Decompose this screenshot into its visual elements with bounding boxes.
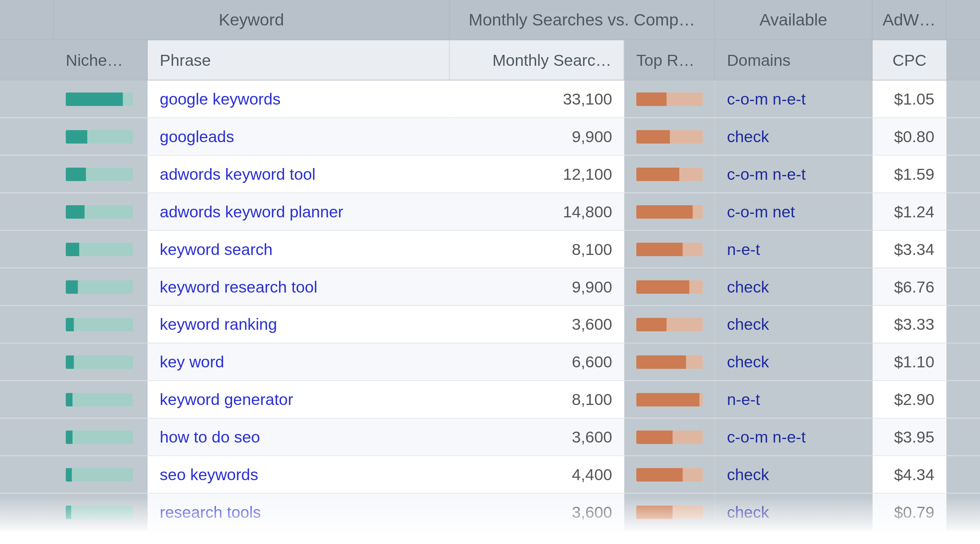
row-gutter [0,381,54,418]
phrase-link[interactable]: adwords keyword tool [160,164,316,183]
column-header-niche[interactable]: Niche… [54,40,148,80]
searches-value: 3,600 [572,502,612,521]
domains-link[interactable]: check [727,277,769,296]
subheader-gutter [0,40,54,80]
phrase-cell: keyword research tool [148,268,450,305]
phrase-link[interactable]: adwords keyword planner [160,202,343,221]
top-results-cell [624,193,715,230]
phrase-cell: adwords keyword tool [148,155,450,192]
group-header-keyword[interactable]: Keyword [54,0,450,40]
row-tail [946,231,980,267]
top-results-bar [636,318,703,331]
table-row[interactable]: adwords keyword tool12,100c-o-m n-e-t$1.… [0,155,980,193]
niche-cell [54,493,148,530]
niche-cell [54,155,148,192]
cpc-value: $3.33 [894,315,935,334]
top-results-cell [624,493,715,530]
searches-value: 6,600 [572,352,612,371]
searches-value: 3,600 [572,428,612,446]
niche-bar [66,92,133,105]
row-gutter [0,231,54,267]
phrase-link[interactable]: seo keywords [160,465,258,484]
top-results-cell [624,155,715,192]
phrase-link[interactable]: keyword search [160,240,273,258]
table-row[interactable]: how to do seo3,600c-o-m n-e-t$3.95 [0,418,980,456]
phrase-link[interactable]: google keywords [160,90,281,108]
phrase-link[interactable]: keyword generator [160,390,293,409]
phrase-link[interactable]: key word [160,352,224,371]
table-row[interactable]: google keywords33,100c-o-m n-e-t$1.05 [0,80,980,118]
row-gutter [0,418,54,455]
domains-link[interactable]: check [727,127,769,146]
domains-link[interactable]: c-o-m n-e-t [727,164,806,183]
domains-link[interactable]: check [727,502,769,521]
domains-link[interactable]: c-o-m n-e-t [727,90,806,108]
table-row[interactable]: keyword generator8,100n-e-t$2.90 [0,381,980,419]
row-tail [946,268,980,305]
domains-link[interactable]: c-o-m net [727,202,795,221]
column-header-top-results[interactable]: Top Re… [624,40,715,80]
row-tail [946,381,980,418]
domains-link[interactable]: check [727,315,769,334]
group-header-row: Keyword Monthly Searches vs. Comp… Avail… [0,0,980,40]
niche-bar [66,430,133,443]
column-header-domains[interactable]: Domains [715,40,873,80]
domains-link[interactable]: c-o-m n-e-t [727,428,806,446]
searches-cell: 12,100 [450,155,624,192]
cpc-cell: $0.79 [873,493,946,530]
table-row[interactable]: keyword search8,100n-e-t$3.34 [0,231,980,268]
cpc-cell: $3.34 [873,231,946,267]
niche-bar [66,355,133,369]
domains-link[interactable]: n-e-t [727,390,760,409]
searches-value: 9,900 [572,277,612,296]
phrase-link[interactable]: keyword ranking [160,315,277,334]
phrase-cell: seo keywords [148,456,450,493]
phrase-link[interactable]: keyword research tool [160,277,318,296]
table-row[interactable]: adwords keyword planner14,800c-o-m net$1… [0,193,980,231]
group-header-available[interactable]: Available [715,0,873,40]
domains-cell: check [715,306,873,343]
table-row[interactable]: seo keywords4,400check$4.34 [0,456,980,493]
phrase-cell: googleads [148,118,450,155]
phrase-link[interactable]: how to do seo [160,428,260,446]
domains-link[interactable]: n-e-t [727,240,760,258]
column-header-phrase[interactable]: Phrase [148,40,450,80]
table-row[interactable]: research tools3,600check$0.79 [0,493,980,531]
searches-cell: 6,600 [450,343,624,380]
column-header-row: Niche… Phrase Monthly Searc… Top Re… Dom… [0,40,980,81]
top-results-bar [636,393,703,406]
domains-cell: c-o-m n-e-t [715,80,873,117]
phrase-cell: how to do seo [148,418,450,455]
group-header-monthly-vs-comp[interactable]: Monthly Searches vs. Comp… [450,0,715,40]
table-row[interactable]: keyword ranking3,600check$3.33 [0,306,980,343]
searches-value: 33,100 [563,90,612,108]
top-results-cell [624,306,715,343]
row-gutter [0,268,54,305]
column-header-monthly-searches[interactable]: Monthly Searc… [450,40,624,80]
group-header-adwords[interactable]: AdW… [873,0,946,40]
domains-cell: n-e-t [715,381,873,418]
domains-link[interactable]: check [727,465,769,484]
row-tail [946,118,980,155]
domains-cell: check [715,118,873,155]
table-row[interactable]: googleads9,900check$0.80 [0,118,980,155]
row-tail [946,456,980,493]
searches-cell: 14,800 [450,193,624,230]
column-header-cpc[interactable]: CPC [873,40,946,80]
table-row[interactable]: key word6,600check$1.10 [0,343,980,381]
cpc-value: $1.05 [894,90,935,108]
top-results-cell [624,80,715,117]
top-results-bar [636,167,703,181]
searches-value: 14,800 [563,202,612,221]
table-row[interactable]: keyword research tool9,900check$6.76 [0,268,980,306]
domains-cell: n-e-t [715,231,873,267]
niche-cell [54,343,148,380]
cpc-value: $1.59 [894,164,935,183]
row-gutter [0,80,54,117]
phrase-link[interactable]: googleads [160,127,234,146]
top-results-cell [624,456,715,493]
searches-value: 3,600 [572,315,612,334]
domains-link[interactable]: check [727,352,769,371]
phrase-link[interactable]: research tools [160,502,261,521]
domains-cell: c-o-m n-e-t [715,418,873,455]
